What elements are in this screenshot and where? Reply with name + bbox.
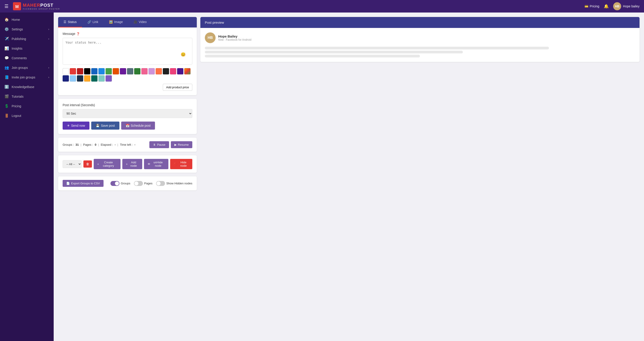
color-swatch[interactable] <box>91 68 98 74</box>
color-swatch[interactable] <box>120 68 126 74</box>
preview-card: Post preview HB Hope Bailey Now · Facebo… <box>200 17 640 62</box>
sidebar-item-comments[interactable]: 💬 Comments <box>0 53 54 63</box>
emoji-icon[interactable]: 😊 <box>181 52 186 57</box>
color-swatch[interactable] <box>62 75 69 81</box>
sidebar-item-label: Logout <box>12 114 21 118</box>
color-swatch[interactable] <box>106 68 112 74</box>
left-panel: ☰ Status 🔗 Link 🖼️ Image 🎥 Video <box>58 17 197 337</box>
pause-button[interactable]: ⏸ Pause <box>149 141 169 148</box>
tab-status[interactable]: ☰ Status <box>58 17 82 27</box>
color-swatch[interactable] <box>170 68 176 74</box>
color-swatch[interactable] <box>106 75 112 81</box>
link-tab-label: Link <box>92 20 98 24</box>
image-tab-icon: 🖼️ <box>109 20 113 24</box>
sidebar-item-logout[interactable]: 🚪 Logout <box>0 111 54 120</box>
avatar: HB <box>613 2 621 10</box>
color-swatch[interactable] <box>91 75 98 81</box>
tab-image[interactable]: 🖼️ Image <box>104 17 128 27</box>
pages-toggle-group: Pages <box>134 181 152 186</box>
video-tab-icon: 🎥 <box>134 20 137 24</box>
sidebar-item-tutorials[interactable]: 🎬 Tutorials <box>0 92 54 101</box>
color-swatch[interactable] <box>62 68 69 74</box>
svg-text:M: M <box>16 4 19 9</box>
color-swatch[interactable] <box>84 68 90 74</box>
status-tab-label: Status <box>68 20 77 24</box>
color-swatch[interactable] <box>113 68 119 74</box>
elapsed-label: Elapsed : <box>100 143 113 146</box>
sidebar-item-home[interactable]: 🏠 Home <box>0 15 54 24</box>
add-product-price-button[interactable]: Add product price <box>163 84 192 91</box>
sidebar-item-label: Home <box>12 18 20 21</box>
logo-main-text: MAHERPOST <box>23 3 60 8</box>
create-category-button[interactable]: + Create category <box>94 159 120 169</box>
hamburger-icon[interactable]: ☰ <box>4 3 8 9</box>
video-tab-label: Video <box>139 20 147 24</box>
save-post-button[interactable]: 💾 Save post <box>91 122 119 130</box>
sidebar-item-join-groups[interactable]: 👥 Join groups › <box>0 63 54 72</box>
resume-button[interactable]: ▶ Resume <box>171 141 192 148</box>
send-now-button[interactable]: ✈ Send now <box>62 122 90 130</box>
color-swatch[interactable] <box>127 68 133 74</box>
unhide-node-button[interactable]: 👁 unHide node <box>144 159 168 169</box>
image-tab-label: Image <box>114 20 123 24</box>
post-composer: ☰ Status 🔗 Link 🖼️ Image 🎥 Video <box>58 17 197 95</box>
message-textarea[interactable] <box>62 38 192 65</box>
trash-icon: 🗑 <box>86 162 89 166</box>
color-swatch[interactable] <box>134 68 140 74</box>
color-swatch[interactable] <box>148 68 155 74</box>
color-swatch[interactable] <box>156 68 162 74</box>
color-swatch[interactable] <box>77 75 83 81</box>
groups-value: 31 <box>76 143 79 146</box>
preview-user-meta: Now · Facebook for Android <box>218 38 251 41</box>
sidebar-item-settings[interactable]: ⚙️ Settings › <box>0 24 54 34</box>
hide-node-button[interactable]: 🚫 Hide node <box>170 159 192 169</box>
sidebar-item-publishing[interactable]: ✈️ Publishing › <box>0 34 54 43</box>
color-swatch[interactable] <box>177 68 183 74</box>
pages-value: 0 <box>95 143 96 146</box>
preview-line <box>205 55 420 57</box>
color-swatch[interactable] <box>184 68 190 74</box>
tab-link[interactable]: 🔗 Link <box>82 17 104 27</box>
sidebar-item-knowledgebase[interactable]: ℹ️ KnowledgeBase <box>0 82 54 92</box>
show-hidden-label: Show Hidden nodes <box>166 182 192 185</box>
logo-text: MAHERPOST FACEBOOK GROUP POSTER <box>23 3 60 10</box>
sidebar-item-label: Join groups <box>12 66 28 69</box>
color-swatch[interactable] <box>70 75 76 81</box>
bell-icon[interactable]: 🔔 <box>604 4 609 9</box>
knowledgebase-icon: ℹ️ <box>4 85 9 89</box>
category-select[interactable]: -- All -- <box>62 160 82 168</box>
preview-placeholder-lines <box>205 47 635 57</box>
user-menu[interactable]: HB Hope bailey <box>613 2 640 10</box>
pages-toggle[interactable] <box>134 181 143 186</box>
sidebar-item-pricing[interactable]: 💲 Pricing <box>0 101 54 111</box>
sidebar-item-label: KnowledgeBase <box>12 85 34 89</box>
pricing-nav-button[interactable]: 💳 Pricing <box>584 4 599 8</box>
help-icon[interactable]: ❓ <box>76 32 80 35</box>
composer-tabs: ☰ Status 🔗 Link 🖼️ Image 🎥 Video <box>58 17 197 27</box>
message-label: Message ❓ <box>62 32 192 35</box>
color-swatch[interactable] <box>98 68 105 74</box>
color-swatch[interactable] <box>84 75 90 81</box>
sidebar-item-label: Invite join groups <box>12 75 35 79</box>
settings-icon: ⚙️ <box>4 27 9 31</box>
color-swatch[interactable] <box>163 68 169 74</box>
color-swatch[interactable] <box>98 75 105 81</box>
export-csv-button[interactable]: 📄 Export Groups to CSV <box>62 180 104 187</box>
color-swatch[interactable] <box>77 68 83 74</box>
user-name-label: Hope bailey <box>623 4 640 8</box>
add-node-button[interactable]: + Add node <box>122 159 142 169</box>
sidebar-item-insights[interactable]: 📊 Insights <box>0 43 54 53</box>
color-swatch[interactable] <box>141 68 148 74</box>
delete-button[interactable]: 🗑 <box>84 160 92 168</box>
sidebar-item-invite-join-groups[interactable]: 📘 Invite join groups › <box>0 72 54 82</box>
preview-avatar: HB <box>205 32 216 43</box>
pricing-label: Pricing <box>590 4 599 8</box>
schedule-post-button[interactable]: 📅 Schedule post <box>121 122 155 130</box>
interval-select[interactable]: 90 Sec 30 Sec 60 Sec 120 Sec 180 Sec 300… <box>62 109 192 118</box>
color-swatch[interactable] <box>70 68 76 74</box>
status-tab-icon: ☰ <box>64 20 66 24</box>
groups-toggle[interactable] <box>110 181 120 186</box>
main-content: ☰ Status 🔗 Link 🖼️ Image 🎥 Video <box>54 12 644 341</box>
tab-video[interactable]: 🎥 Video <box>128 17 152 27</box>
show-hidden-toggle[interactable] <box>156 181 165 186</box>
